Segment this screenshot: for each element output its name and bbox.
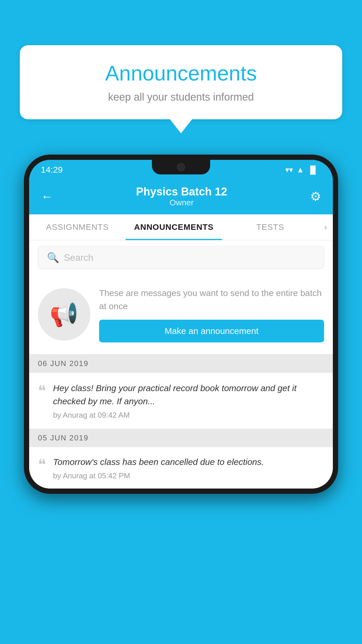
- wifi-icon: ▾▾: [285, 165, 293, 174]
- header-subtitle: Owner: [136, 198, 227, 207]
- announcement-message-1: Hey class! Bring your practical record b…: [53, 382, 324, 408]
- back-button[interactable]: ←: [41, 190, 53, 204]
- announcement-item-1[interactable]: ❝ Hey class! Bring your practical record…: [29, 373, 333, 429]
- search-icon: 🔍: [47, 252, 59, 263]
- header-title: Physics Batch 12: [136, 186, 227, 198]
- phone-notch: [152, 160, 210, 174]
- date-text-2: 05 JUN 2019: [38, 433, 89, 442]
- tab-more[interactable]: ›: [319, 214, 333, 240]
- date-text-1: 06 JUN 2019: [38, 359, 89, 368]
- announcement-right: These are messages you want to send to t…: [99, 286, 324, 342]
- tab-tests[interactable]: TESTS: [222, 214, 319, 240]
- make-announcement-button[interactable]: Make an announcement: [99, 320, 324, 342]
- search-placeholder: Search: [64, 252, 93, 263]
- signal-icon: ▲: [296, 165, 304, 174]
- status-time: 14:29: [41, 165, 63, 175]
- search-container: 🔍 Search: [29, 240, 333, 275]
- search-bar[interactable]: 🔍 Search: [38, 246, 324, 269]
- tab-assignments[interactable]: ASSIGNMENTS: [29, 214, 126, 240]
- speech-bubble-subtitle: keep all your students informed: [37, 91, 325, 103]
- app-header: ← Physics Batch 12 Owner ⚙: [29, 180, 333, 214]
- phone-camera: [177, 163, 185, 171]
- battery-icon: ▐▌: [307, 165, 318, 174]
- status-icons: ▾▾ ▲ ▐▌: [285, 165, 318, 174]
- speech-bubble-title: Announcements: [37, 61, 325, 85]
- phone-outer: 14:29 ▾▾ ▲ ▐▌ ← Physics Batch 12 Owner ⚙: [24, 155, 338, 494]
- quote-icon-1: ❝: [38, 383, 46, 398]
- speech-bubble: Announcements keep all your students inf…: [20, 45, 342, 119]
- announcement-meta-1: by Anurag at 09:42 AM: [53, 411, 324, 420]
- date-separator-2: 05 JUN 2019: [29, 429, 333, 447]
- announcement-content-1: Hey class! Bring your practical record b…: [53, 382, 324, 420]
- gear-icon[interactable]: ⚙: [310, 189, 321, 204]
- megaphone-icon: 📢: [50, 301, 79, 328]
- announcement-content-2: Tomorrow's class has been cancelled due …: [53, 455, 324, 480]
- announcement-meta-2: by Anurag at 05:42 PM: [53, 471, 324, 480]
- tab-announcements[interactable]: ANNOUNCEMENTS: [126, 214, 222, 240]
- phone-mockup: 14:29 ▾▾ ▲ ▐▌ ← Physics Batch 12 Owner ⚙: [24, 155, 338, 494]
- speech-bubble-tail: [170, 119, 192, 133]
- header-center: Physics Batch 12 Owner: [136, 186, 227, 207]
- megaphone-circle: 📢: [38, 288, 90, 341]
- announcement-item-2[interactable]: ❝ Tomorrow's class has been cancelled du…: [29, 447, 333, 489]
- announcement-description: These are messages you want to send to t…: [99, 286, 324, 313]
- announcement-placeholder: 📢 These are messages you want to send to…: [29, 275, 333, 354]
- tabs-bar: ASSIGNMENTS ANNOUNCEMENTS TESTS ›: [29, 214, 333, 240]
- quote-icon-2: ❝: [38, 457, 46, 472]
- date-separator-1: 06 JUN 2019: [29, 354, 333, 373]
- announcement-message-2: Tomorrow's class has been cancelled due …: [53, 455, 324, 468]
- phone-screen: 14:29 ▾▾ ▲ ▐▌ ← Physics Batch 12 Owner ⚙: [29, 160, 333, 489]
- speech-bubble-wrapper: Announcements keep all your students inf…: [20, 45, 342, 133]
